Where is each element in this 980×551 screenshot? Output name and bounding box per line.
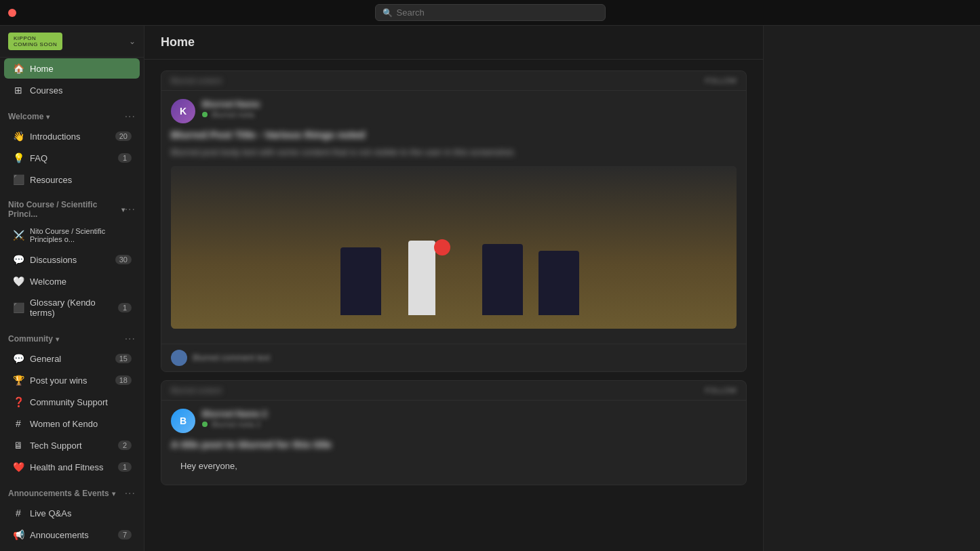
courses-icon: ⊞: [12, 85, 24, 96]
tech-support-badge: 2: [118, 441, 132, 450]
comment-row-1: Blurred comment text: [161, 344, 746, 371]
sidebar-item-post-wins[interactable]: 🏆 Post your wins 18: [4, 370, 140, 390]
post-title-2: A title post to blurred for this title: [171, 438, 737, 450]
post-image-1: [171, 166, 737, 329]
sidebar-item-resources[interactable]: ⬛ Resources: [4, 169, 140, 190]
general-badge: 15: [115, 354, 132, 363]
sidebar-item-introductions[interactable]: 👋 Introductions 20: [4, 126, 140, 146]
sidebar-item-discussions[interactable]: 💬 Discussions 30: [4, 249, 140, 270]
author-meta-2: Blurred meta 2: [202, 420, 267, 428]
nito-more-icon[interactable]: ···: [125, 203, 136, 216]
health-fitness-badge: 1: [118, 462, 132, 472]
community-support-label: Community Support: [30, 397, 132, 407]
nito-section-label[interactable]: Nito Course / Scientific Princi... ▾: [8, 200, 125, 219]
sidebar-item-welcome2[interactable]: 🤍 Welcome: [4, 271, 140, 291]
sidebar-item-community-support[interactable]: ❓ Community Support: [4, 392, 140, 412]
faq-icon: 💡: [12, 152, 24, 163]
post-avatar-1: K: [171, 99, 195, 123]
welcome-more-icon[interactable]: ···: [125, 110, 136, 123]
sidebar-item-nito-course[interactable]: ⚔️ Nito Course / Scientific Principles o…: [4, 222, 140, 248]
women-of-kendo-label: Women of Kendo: [30, 419, 132, 429]
glossary-badge: 1: [118, 303, 132, 312]
search-input[interactable]: [397, 7, 598, 18]
sidebar-item-recordings[interactable]: 🔴 Recordings: [4, 546, 140, 551]
sidebar-item-announcements[interactable]: 📢 Annoucements 7: [4, 525, 140, 545]
tech-support-icon: 🖥: [12, 440, 24, 451]
welcome2-icon: 🤍: [12, 276, 24, 287]
sidebar-item-health-fitness[interactable]: ❤️ Health and Fitness 1: [4, 457, 140, 477]
topbar: 🔍: [0, 0, 980, 26]
kendo-figure-4: [538, 251, 579, 315]
logo-badge[interactable]: KIPPON COMING SOON: [8, 33, 62, 50]
post-wins-label: Post your wins: [30, 375, 110, 386]
sidebar-collapse-icon[interactable]: ⌄: [129, 37, 136, 46]
announcements-more-icon[interactable]: ···: [125, 487, 136, 499]
sidebar-item-glossary[interactable]: ⬛ Glossary (Kendo terms) 1: [4, 293, 140, 323]
sidebar-logo: KIPPON COMING SOON ⌄: [0, 26, 144, 58]
post-meta-right-2[interactable]: FOLLOW: [705, 386, 737, 394]
post-avatar-2: B: [171, 409, 195, 433]
sidebar-item-tech-support[interactable]: 🖥 Tech Support 2: [4, 435, 140, 455]
announcements-chevron: ▾: [112, 490, 115, 497]
avatar-initials-2: B: [180, 415, 187, 426]
tech-support-label: Tech Support: [30, 441, 113, 451]
sidebar-section-announcements: Announcements & Events ▾ ···: [0, 478, 144, 502]
main-layout: KIPPON COMING SOON ⌄ 🏠 Home ⊞ Courses We…: [0, 26, 980, 551]
resources-label: Resources: [30, 175, 132, 185]
welcome2-label: Welcome: [30, 277, 132, 287]
community-more-icon[interactable]: ···: [125, 333, 136, 345]
online-indicator-2: [202, 422, 208, 427]
discussions-label: Discussions: [30, 255, 110, 265]
sidebar-item-faq[interactable]: 💡 FAQ 1: [4, 148, 140, 168]
post-meta-row-2: Blurred content FOLLOW: [161, 381, 746, 401]
general-icon: 💬: [12, 353, 24, 364]
post-body-2: B Blurred Name 2 Blurred meta 2 A title …: [161, 401, 746, 485]
kendo-figure-3: [482, 244, 523, 315]
welcome-label-text: Welcome: [8, 112, 43, 121]
post-text-1: Blurred post body text with some content…: [171, 146, 737, 159]
introductions-badge: 20: [115, 131, 132, 141]
avatar-initials-1: K: [180, 106, 187, 117]
nito-course-label: Nito Course / Scientific Principles o...: [30, 227, 132, 243]
post-body-1: K Blurred Name Blurred meta Blurred Post…: [161, 91, 746, 337]
author-info-1: Blurred Name Blurred meta: [202, 99, 260, 119]
online-indicator-1: [202, 112, 208, 117]
faq-label: FAQ: [30, 153, 113, 163]
kendo-scene: [171, 166, 737, 329]
sidebar-item-general[interactable]: 💬 General 15: [4, 348, 140, 369]
discussions-badge: 30: [115, 255, 132, 264]
sidebar-item-home[interactable]: 🏠 Home: [4, 58, 140, 79]
topbar-left: [8, 9, 20, 17]
logo-name: KIPPON: [14, 35, 57, 41]
post-title-1: Blurred Post Title - Various things note…: [171, 129, 737, 140]
post-meta-right-1[interactable]: FOLLOW: [705, 77, 737, 85]
sidebar-item-women-of-kendo[interactable]: # Women of Kendo: [4, 413, 140, 434]
sidebar-item-courses[interactable]: ⊞ Courses: [4, 80, 140, 100]
traffic-light-red: [8, 9, 16, 17]
post-header-2: B Blurred Name 2 Blurred meta 2: [171, 409, 737, 433]
post-meta-left-2: Blurred content: [171, 386, 222, 394]
comment-text-1: Blurred comment text: [193, 353, 270, 363]
sidebar-item-live-qas[interactable]: # Live Q&As: [4, 503, 140, 523]
nito-label-text: Nito Course / Scientific Princi...: [8, 200, 119, 219]
sidebar-section-welcome: Welcome ▾ ···: [0, 101, 144, 125]
post-card-2: Blurred content FOLLOW B Blurred Name 2 …: [161, 380, 747, 485]
live-qas-label: Live Q&As: [30, 508, 132, 518]
kendo-figure-2: [408, 241, 435, 315]
post-meta-row-1: Blurred content FOLLOW: [161, 71, 746, 91]
logo-subtitle: COMING SOON: [14, 41, 57, 47]
post-card-1: Blurred content FOLLOW K Blurred Name Bl…: [161, 70, 747, 372]
welcome-section-label[interactable]: Welcome ▾: [8, 112, 50, 121]
author-meta-text-2: Blurred meta 2: [212, 420, 260, 428]
post-wins-badge: 18: [115, 375, 132, 385]
live-qas-icon: #: [12, 508, 24, 518]
announcements-section-label[interactable]: Announcements & Events ▾: [8, 489, 115, 498]
greeting-text-2: Hey everyone,: [171, 455, 737, 476]
author-name-1: Blurred Name: [202, 99, 260, 109]
search-bar[interactable]: 🔍: [375, 4, 606, 21]
discussions-icon: 💬: [12, 254, 24, 265]
women-of-kendo-icon: #: [12, 418, 24, 429]
post-wins-icon: 🏆: [12, 375, 24, 386]
community-section-label[interactable]: Community ▾: [8, 334, 59, 344]
author-meta-text-1: Blurred meta: [212, 110, 254, 119]
